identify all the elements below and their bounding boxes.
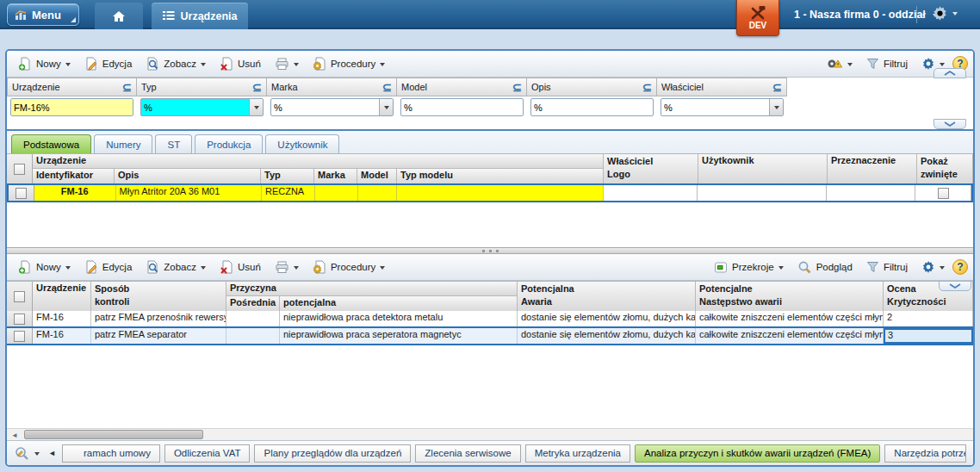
dropdown-button[interactable] [379,99,393,115]
cell-identyfikator[interactable]: FM-16 [34,185,116,201]
row-checkbox[interactable] [14,314,25,325]
fmea-row[interactable]: FM-16 patrz FMEA przenośnik rewersyjny z… [7,311,973,326]
column-pokaz-zwiniete[interactable]: Pokażzwinięte [917,154,973,183]
cell-awaria[interactable]: dostanie się elementów złomu, dużych kar [518,311,696,326]
procedures-button[interactable]: Procedury [307,257,391,277]
column-group-przyczyna[interactable]: Przyczyna [226,282,518,296]
cell-potencjalna[interactable]: nieprawidłowa praca detektora metalu [280,311,518,326]
cell-typ[interactable]: RECZNA [262,185,315,201]
scroll-left-arrow[interactable]: ◄ [9,431,21,439]
filter-button[interactable]: Filtruj [860,257,914,277]
edit-button[interactable]: Edycja [78,257,139,277]
preview-button[interactable]: Podgląd [791,257,859,277]
column-uzytkownik[interactable]: Użytkownik [698,154,828,183]
filter-column-marka[interactable]: Marka⊆ [267,78,397,96]
print-button[interactable] [269,53,305,74]
subset-operator-icon[interactable]: ⊆ [642,82,652,93]
grid-settings-button[interactable] [915,257,951,277]
tab-produkcja[interactable]: Produkcja [195,134,263,153]
filter-column-opis[interactable]: Opis⊆ [527,78,657,96]
bottom-tab-ramach-umowy[interactable]: ramach umowy [62,444,160,463]
cell-uzytkownik[interactable] [698,185,826,201]
filter-input-opis[interactable] [531,99,653,115]
filter-input-model[interactable] [401,99,523,115]
cell-opis[interactable]: Młyn Atritor 20A 36 M01 [116,185,262,201]
pokaz-zwiniete-checkbox[interactable] [938,188,949,199]
select-all-checkbox[interactable] [14,164,25,175]
subset-operator-icon[interactable]: ⊆ [122,82,132,93]
row-checkbox[interactable] [14,331,25,342]
bottom-tab-plany-przegladow[interactable]: Plany przeglądów dla urządzeń [254,444,411,463]
cell-urzadzenie[interactable]: FM-16 [33,311,91,326]
find-button[interactable] [11,443,42,463]
tab-urzadzenia[interactable]: Urządzenia [152,3,248,29]
tab-st[interactable]: ST [155,134,192,153]
tab-numery[interactable]: Numery [94,134,152,153]
fmea-row-selected[interactable]: FM-16 patrz FMEA separator nieprawidłowa… [7,326,973,345]
column-identyfikator[interactable]: Identyfikator [33,169,115,183]
subset-operator-icon[interactable]: ⊆ [382,82,392,93]
column-group-urzadzenie[interactable]: Urządzenie [33,154,604,169]
cell-nastepstwo[interactable]: całkowite zniszczeni elementów części mł… [696,311,884,326]
bottom-tab-narzedzia[interactable]: Narzędzia potrzeb [884,444,966,463]
cell-ocena-focused[interactable]: 3 [884,328,973,344]
filter-input-urzadzenie[interactable] [11,99,133,115]
collapse-fmea-chevron[interactable] [939,281,971,291]
view-button[interactable]: Zobacz [140,53,212,74]
cell-wlasciciel[interactable] [604,185,698,201]
sections-button[interactable]: Przekroje [708,257,790,277]
pane-splitter[interactable] [7,247,973,254]
collapse-filter-chevron[interactable] [933,119,966,129]
column-nastepstwo-awarii[interactable]: PotencjalneNastępstwo awarii [696,282,884,311]
subset-operator-icon[interactable]: ⊆ [252,82,262,93]
cell-ocena[interactable]: 2 [884,311,973,326]
column-typ[interactable]: Typ [261,169,314,183]
analyze-button[interactable] [820,53,859,74]
new-button[interactable]: Nowy [12,53,77,74]
edit-button[interactable]: Edycja [78,53,139,74]
dev-badge[interactable]: DEV [736,0,779,36]
column-posrednia[interactable]: Pośrednia [226,296,280,311]
delete-button[interactable]: Usuń [214,53,267,74]
filter-column-typ[interactable]: Typ⊆ [137,78,267,96]
cell-sposob-kontroli[interactable]: patrz FMEA separator [91,328,226,344]
collapse-toolbar-chevron[interactable] [933,68,966,78]
column-przeznaczenie[interactable]: Przeznaczenie [828,154,917,183]
scrollbar-thumb[interactable] [24,430,203,439]
home-tab[interactable] [95,3,143,29]
column-marka[interactable]: Marka [314,169,357,183]
cell-awaria[interactable]: dostanie się elementów złomu, dużych kar [518,328,696,344]
cell-potencjalna[interactable]: nieprawidłowa praca seperatora magnetyc [280,328,518,344]
subset-operator-icon[interactable]: ⊆ [772,82,782,93]
column-sposob-kontroli[interactable]: Sposóbkontroli [91,282,226,311]
column-typ-modelu[interactable]: Typ modelu [397,169,604,183]
print-button[interactable] [269,257,305,277]
settings-button[interactable] [932,5,958,22]
horizontal-scrollbar[interactable]: ◄ [7,428,973,440]
menu-button[interactable]: Menu [7,3,79,26]
delete-button[interactable]: Usuń [214,257,267,277]
cell-marka[interactable] [315,185,358,201]
cell-posrednia[interactable] [226,328,280,344]
subset-operator-icon[interactable]: ⊆ [512,82,522,93]
device-row-selected[interactable]: FM-16 Młyn Atritor 20A 36 M01 RECZNA [7,183,973,202]
tabs-scroll-left[interactable]: ◄ [47,449,58,457]
filter-input-wlasciciel[interactable] [661,99,769,115]
row-checkbox[interactable] [16,188,27,199]
filter-input-typ[interactable] [141,99,249,115]
procedures-button[interactable]: Procedury [307,53,391,74]
dropdown-button[interactable] [249,99,263,115]
bottom-tab-zlecenia-serwisowe[interactable]: Zlecenia serwisowe [415,444,520,463]
filter-column-model[interactable]: Model⊆ [397,78,527,96]
bottom-tab-fmea-active[interactable]: Analiza przyczyn i skutków awarii urządz… [635,444,880,463]
tabs-scroll-right[interactable]: ► [971,449,975,457]
filter-column-urzadzenie[interactable]: Urządzenie⊆ [7,78,137,96]
view-button[interactable]: Zobacz [140,257,212,277]
cell-typ-modelu[interactable] [397,185,603,201]
column-potencjalna-awaria[interactable]: PotencjalnaAwaria [518,282,696,311]
tab-podstawowa[interactable]: Podstawowa [11,134,91,153]
tab-uzytkownik[interactable]: Użytkownik [265,134,339,153]
column-opis[interactable]: Opis [115,169,261,183]
select-all-checkbox[interactable] [14,291,25,302]
help-button[interactable]: ? [952,259,968,275]
